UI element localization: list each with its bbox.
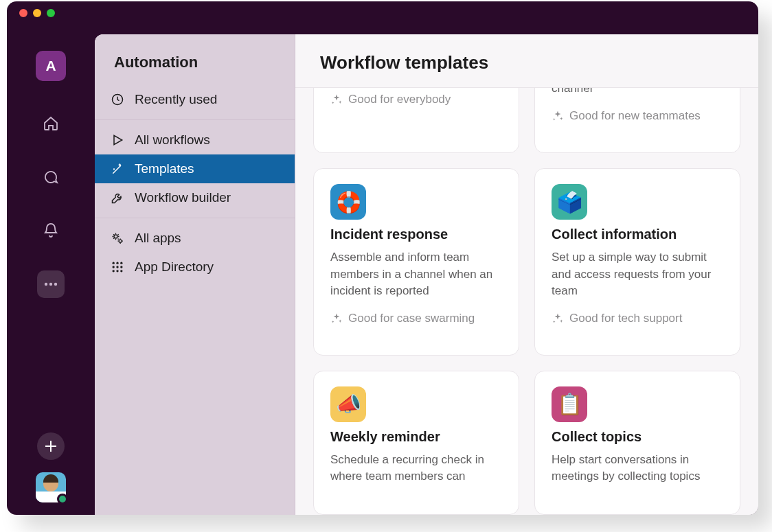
card-tag-label: Good for case swarming: [348, 312, 475, 325]
activity-icon[interactable]: [37, 217, 65, 244]
wand-icon: [110, 161, 125, 176]
svg-point-8: [120, 262, 122, 264]
sidebar-item-label: App Directory: [135, 259, 214, 275]
sidebar-item-all-apps[interactable]: All apps: [95, 224, 295, 253]
divider: [95, 218, 295, 218]
main-panel: Automation Recently used All workflows T…: [95, 34, 758, 515]
svg-point-10: [116, 266, 118, 268]
template-card-collect-information[interactable]: 🗳️ Collect information Set up a simple w…: [534, 168, 740, 355]
home-icon[interactable]: [37, 110, 65, 137]
minimize-window-button[interactable]: [33, 9, 41, 17]
card-description: Assemble and inform team members in a ch…: [330, 249, 502, 299]
workspace-switcher[interactable]: A: [36, 51, 66, 81]
card-tag: Good for case swarming: [330, 312, 502, 325]
gears-icon: [110, 231, 125, 246]
card-icon: 📣: [330, 386, 366, 422]
more-icon[interactable]: [37, 270, 65, 298]
sidebar-item-all-workflows[interactable]: All workflows: [95, 126, 295, 154]
sidebar-item-label: Recently used: [135, 92, 217, 107]
svg-point-4: [114, 235, 117, 238]
card-title: Collect information: [552, 227, 723, 242]
left-rail: A: [7, 25, 95, 515]
card-tag: Good for everybody: [330, 93, 502, 106]
divider: [95, 119, 295, 120]
sidebar-item-templates[interactable]: Templates: [95, 154, 295, 183]
svg-point-7: [116, 262, 118, 264]
card-description: Help start conversations in meetings by …: [552, 452, 723, 485]
sidebar-title: Automation: [95, 54, 295, 85]
template-card[interactable]: Kick off an AMA by collecting your subje…: [534, 88, 740, 153]
card-description: Schedule a recurring check in where team…: [330, 452, 502, 485]
card-description: Set up a simple way to submit and access…: [552, 249, 723, 299]
template-grid: Request and manage your team's planned t…: [295, 88, 758, 515]
template-card-weekly-reminder[interactable]: 📣 Weekly reminder Schedule a recurring c…: [313, 371, 519, 515]
play-icon: [110, 132, 125, 148]
sidebar-item-label: All workflows: [135, 132, 210, 148]
sparkle-icon: [552, 110, 564, 122]
automation-sidebar: Automation Recently used All workflows T…: [95, 34, 295, 515]
sidebar-item-label: All apps: [135, 231, 181, 246]
card-icon: 🛟: [330, 184, 366, 220]
template-card[interactable]: Request and manage your team's planned t…: [313, 88, 519, 153]
sidebar-item-workflow-builder[interactable]: Workflow builder: [95, 183, 295, 212]
card-tag-label: Good for everybody: [348, 93, 451, 106]
svg-point-13: [116, 270, 118, 272]
grid-icon: [110, 259, 125, 275]
svg-point-2: [54, 283, 57, 286]
svg-point-14: [120, 270, 122, 272]
template-card-incident-response[interactable]: 🛟 Incident response Assemble and inform …: [313, 168, 519, 355]
clock-icon: [110, 92, 125, 107]
card-title: Weekly reminder: [330, 429, 502, 445]
card-title: Collect topics: [552, 429, 723, 445]
sidebar-item-app-directory[interactable]: App Directory: [95, 253, 295, 281]
svg-point-9: [113, 266, 115, 268]
card-tag: Good for tech support: [552, 312, 723, 325]
card-tag-label: Good for new teammates: [569, 109, 701, 123]
template-card-collect-topics[interactable]: 📋 Collect topics Help start conversation…: [534, 371, 740, 515]
close-window-button[interactable]: [19, 9, 27, 17]
svg-point-12: [113, 270, 115, 272]
dm-icon[interactable]: [37, 163, 65, 191]
window-titlebar: [7, 1, 758, 25]
app-window: A Autom: [7, 1, 758, 515]
svg-point-6: [113, 262, 115, 264]
presence-indicator: [57, 494, 68, 505]
svg-point-11: [120, 266, 122, 268]
sidebar-item-recently-used[interactable]: Recently used: [95, 85, 295, 114]
sparkle-icon: [330, 312, 343, 325]
main-header: Workflow templates: [295, 34, 758, 88]
card-tag-label: Good for tech support: [569, 312, 682, 325]
sparkle-icon: [552, 312, 564, 325]
page-title: Workflow templates: [320, 52, 734, 73]
sparkle-icon: [330, 93, 343, 106]
wrench-icon: [110, 190, 125, 205]
card-title: Incident response: [330, 227, 502, 242]
maximize-window-button[interactable]: [47, 9, 55, 17]
main-content: Workflow templates Request and manage yo…: [295, 34, 758, 515]
svg-point-5: [119, 240, 122, 242]
svg-point-0: [45, 283, 47, 286]
card-tag: Good for new teammates: [552, 109, 723, 123]
card-icon: 📋: [552, 386, 587, 422]
svg-point-1: [49, 283, 52, 286]
sidebar-item-label: Workflow builder: [135, 190, 231, 205]
add-button[interactable]: [37, 432, 65, 460]
card-icon: 🗳️: [552, 184, 587, 220]
card-description: Kick off an AMA by collecting your subje…: [552, 88, 723, 97]
sidebar-item-label: Templates: [135, 161, 194, 176]
